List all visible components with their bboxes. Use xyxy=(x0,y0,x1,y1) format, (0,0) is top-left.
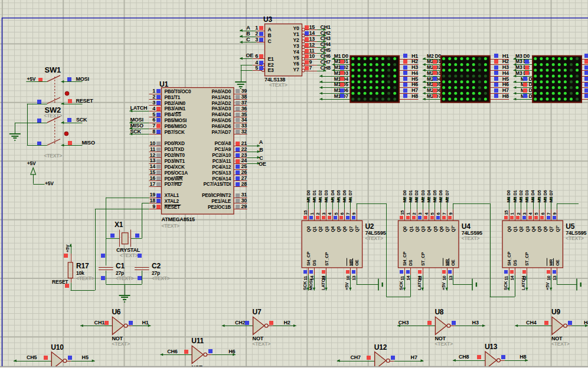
svg-text:Q7': Q7' xyxy=(450,225,456,232)
svg-text:CH2: CH2 xyxy=(235,320,246,326)
svg-text:M2 D4: M2 D4 xyxy=(426,189,432,202)
svg-text:H2: H2 xyxy=(411,58,418,64)
svg-text:4: 4 xyxy=(152,106,155,111)
svg-text:Q7: Q7 xyxy=(445,226,450,232)
svg-text:25: 25 xyxy=(241,163,247,169)
svg-text:11: 11 xyxy=(504,276,509,281)
svg-text:<TEXT>: <TEXT> xyxy=(152,275,170,281)
svg-text:M3 D2: M3 D2 xyxy=(518,190,524,202)
svg-text:13: 13 xyxy=(448,276,453,281)
svg-text:U6: U6 xyxy=(112,308,120,316)
svg-text:M3 D0: M3 D0 xyxy=(506,190,511,202)
svg-text:M1 D5: M1 D5 xyxy=(336,190,341,202)
svg-text:Y1: Y1 xyxy=(293,31,299,37)
svg-text:MISO: MISO xyxy=(130,123,143,129)
svg-text:PC1/A9: PC1/A9 xyxy=(215,147,231,152)
svg-text:PC3/A11: PC3/A11 xyxy=(213,159,231,164)
svg-text:M3 D7: M3 D7 xyxy=(548,190,554,202)
svg-text:10: 10 xyxy=(546,276,551,281)
svg-text:DS: DS xyxy=(409,260,414,266)
svg-text:B: B xyxy=(259,147,263,153)
svg-text:1: 1 xyxy=(510,213,515,215)
svg-text:H1: H1 xyxy=(142,320,149,326)
svg-text:MOSI: MOSI xyxy=(130,117,143,123)
svg-text:MOSI: MOSI xyxy=(76,76,89,82)
svg-text:A: A xyxy=(246,25,250,31)
svg-text:M1 D0: M1 D0 xyxy=(334,53,349,59)
svg-text:9: 9 xyxy=(552,213,557,215)
svg-text:74LS595: 74LS595 xyxy=(365,230,386,236)
svg-text:14: 14 xyxy=(149,163,155,169)
svg-text:<TEXT>: <TEXT> xyxy=(120,252,138,258)
svg-text:U10: U10 xyxy=(51,343,64,351)
svg-text:SCK: SCK xyxy=(398,281,404,290)
svg-text:SW2: SW2 xyxy=(45,106,61,114)
svg-text:5: 5 xyxy=(334,213,339,215)
svg-text:CH5: CH5 xyxy=(27,354,37,360)
svg-text:LATCH: LATCH xyxy=(521,276,526,290)
svg-text:PC6/A14: PC6/A14 xyxy=(212,176,231,182)
svg-text:E3: E3 xyxy=(268,67,274,73)
svg-text:CH8: CH8 xyxy=(321,65,331,71)
svg-text:CH4: CH4 xyxy=(321,41,331,47)
svg-text:H5: H5 xyxy=(502,76,509,82)
svg-text:CH8: CH8 xyxy=(459,354,469,360)
svg-text:PE2/OC1B: PE2/OC1B xyxy=(208,205,231,210)
svg-text:MISO: MISO xyxy=(82,140,95,146)
svg-text:H2: H2 xyxy=(502,58,509,64)
svg-text:2: 2 xyxy=(152,94,155,100)
svg-text:DS: DS xyxy=(512,260,518,266)
svg-text:M1 D7: M1 D7 xyxy=(348,190,353,202)
svg-text:PC7/A15/TDI: PC7/A15/TDI xyxy=(204,182,231,187)
svg-text:3: 3 xyxy=(418,213,423,215)
svg-text:17: 17 xyxy=(149,181,155,187)
svg-text:+5V: +5V xyxy=(65,245,70,252)
svg-text:ST_CP: ST_CP xyxy=(525,252,530,265)
svg-text:8: 8 xyxy=(152,129,155,134)
svg-text:Q5: Q5 xyxy=(433,226,438,232)
svg-text:12: 12 xyxy=(309,42,315,48)
svg-text:PD5/OC1A: PD5/OC1A xyxy=(165,170,188,176)
svg-text:Q2: Q2 xyxy=(318,226,323,232)
svg-text:<TEXT>: <TEXT> xyxy=(253,341,271,347)
svg-text:U12: U12 xyxy=(374,343,387,351)
svg-text:CH7: CH7 xyxy=(350,354,361,360)
svg-text:<TEXT>: <TEXT> xyxy=(269,82,288,88)
svg-text:H4: H4 xyxy=(502,70,509,76)
svg-text:Q4: Q4 xyxy=(426,226,432,232)
svg-text:16: 16 xyxy=(149,175,155,181)
svg-text:H4: H4 xyxy=(411,70,418,76)
svg-text:Q4: Q4 xyxy=(531,226,536,232)
svg-text:CH5: CH5 xyxy=(321,47,331,53)
svg-text:LATCH: LATCH xyxy=(417,276,422,290)
svg-text:NOT: NOT xyxy=(551,336,563,341)
svg-text:PA0/AD0: PA0/AD0 xyxy=(211,89,231,94)
svg-text:SCK: SCK xyxy=(503,281,508,290)
svg-text:+5V: +5V xyxy=(27,76,36,82)
svg-text:PB3/AIN1: PB3/AIN1 xyxy=(165,106,186,111)
svg-text:PC2/A10: PC2/A10 xyxy=(212,153,231,158)
svg-text:M1 D0: M1 D0 xyxy=(306,190,311,202)
svg-text:M2 D6: M2 D6 xyxy=(438,190,443,202)
svg-text:Q0: Q0 xyxy=(306,226,311,232)
svg-text:CH4: CH4 xyxy=(526,320,537,326)
svg-text:15: 15 xyxy=(400,211,405,215)
svg-text:CH6: CH6 xyxy=(321,53,331,59)
svg-text:PE0/ICP/INT2: PE0/ICP/INT2 xyxy=(202,193,231,198)
svg-text:PA7/AD7: PA7/AD7 xyxy=(211,130,231,135)
svg-text:36: 36 xyxy=(241,106,247,111)
svg-text:PB2/AIN0: PB2/AIN0 xyxy=(165,101,186,106)
svg-text:Y7: Y7 xyxy=(293,67,299,73)
svg-text:PB5/MOSI: PB5/MOSI xyxy=(165,118,187,123)
svg-text:28: 28 xyxy=(241,181,247,187)
svg-text:C: C xyxy=(268,38,272,44)
svg-text:3: 3 xyxy=(255,37,258,42)
svg-text:3: 3 xyxy=(152,100,155,106)
svg-text:14: 14 xyxy=(309,30,315,36)
svg-text:11: 11 xyxy=(303,276,308,281)
svg-text:14: 14 xyxy=(406,275,411,281)
svg-text:PB6/MISO: PB6/MISO xyxy=(165,124,187,129)
svg-text:XTAL2: XTAL2 xyxy=(165,199,179,204)
svg-text:6: 6 xyxy=(255,53,258,59)
svg-text:OE: OE xyxy=(555,259,560,266)
